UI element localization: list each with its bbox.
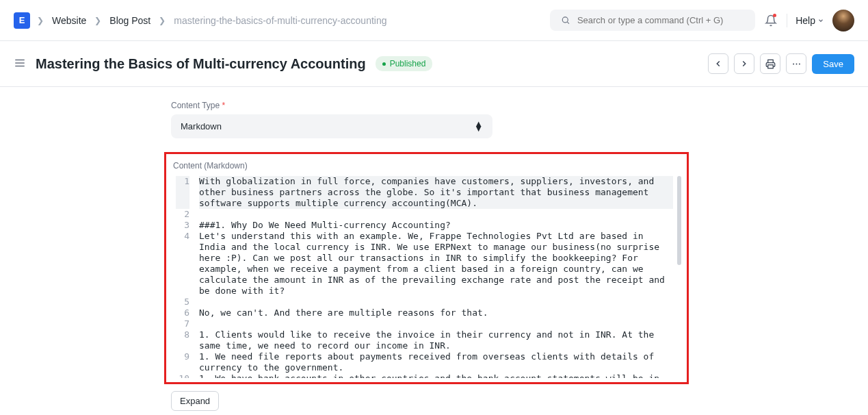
svg-line-1 [568,22,570,24]
breadcrumb-current: mastering-the-basics-of-multi-currency-a… [174,15,386,26]
search-input[interactable] [577,15,744,25]
required-asterisk: * [222,101,226,110]
next-button[interactable] [734,53,754,74]
chevron-left-icon [713,59,723,68]
divider [787,14,787,27]
page-title: Mastering the Basics of Multi-currency A… [36,56,366,72]
chevron-down-icon [817,17,824,24]
status-text: Published [390,59,426,68]
editor-line[interactable]: No, we can't. And there are multiple rea… [199,307,673,318]
chevron-right-icon [739,59,749,68]
editor-line[interactable]: ###1. Why Do We Need Multi-currency Acco… [199,220,673,231]
breadcrumb: ❯ Website ❯ Blog Post ❯ mastering-the-ba… [37,15,387,26]
search-box[interactable] [550,10,755,31]
editor-line[interactable]: 1. We need file reports about payments r… [199,351,673,373]
editor-gutter: 123456789101112 [170,176,199,378]
content-editor-highlighted: Content (Markdown) 123456789101112 With … [164,152,689,384]
printer-icon [765,59,776,69]
editor-line[interactable]: With globalization in full force, compan… [199,176,673,209]
search-icon [561,15,570,25]
breadcrumb-website[interactable]: Website [52,15,86,26]
save-button[interactable]: Save [812,54,854,74]
help-menu[interactable]: Help [795,15,824,26]
select-caret-icon: ▲▼ [474,122,483,131]
content-type-select[interactable]: Markdown ▲▼ [171,114,492,138]
scrollbar-track[interactable] [676,176,683,378]
svg-point-8 [799,63,800,64]
chevron-right-icon: ❯ [37,16,44,25]
svg-point-6 [793,63,794,64]
editor-label: Content (Markdown) [173,161,683,171]
print-button[interactable] [760,53,780,74]
editor-line[interactable]: 1. Clients would like to receive the inv… [199,329,673,351]
notification-dot [773,14,776,17]
notifications-button[interactable] [763,13,778,28]
prev-button[interactable] [708,53,728,74]
svg-point-7 [795,63,797,64]
editor-line[interactable] [199,297,673,307]
svg-rect-5 [768,64,774,68]
editor-line[interactable]: 1. We have bank accounts in other countr… [199,373,673,378]
expand-button[interactable]: Expand [171,391,219,411]
chevron-right-icon: ❯ [159,16,166,25]
dots-horizontal-icon [791,59,802,69]
sidebar-toggle[interactable] [14,57,26,71]
editor-line[interactable] [199,318,673,329]
menu-button[interactable] [786,53,806,74]
app-logo[interactable]: E [14,12,30,29]
status-dot-icon [382,62,386,66]
markdown-editor[interactable]: 123456789101112 With globalization in fu… [170,176,683,378]
chevron-right-icon: ❯ [94,16,101,25]
help-label: Help [795,15,815,26]
content-type-value: Markdown [181,121,222,131]
editor-content[interactable]: With globalization in full force, compan… [199,176,683,378]
content-type-label: Content Type * [171,101,697,110]
svg-point-0 [562,17,568,23]
editor-line[interactable] [199,209,673,220]
editor-line[interactable]: Let's understand this with an example. W… [199,231,673,297]
status-badge[interactable]: Published [376,56,433,71]
menu-icon [14,57,26,69]
avatar[interactable] [832,10,854,32]
scrollbar-thumb[interactable] [677,176,681,265]
breadcrumb-blog-post[interactable]: Blog Post [109,15,150,26]
